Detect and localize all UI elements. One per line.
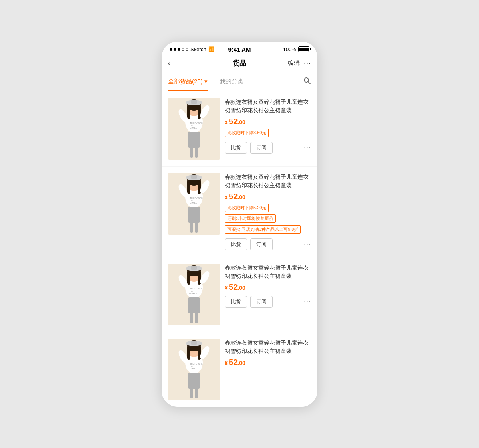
dot4: [182, 48, 184, 51]
svg-text:THE FUTURE: THE FUTURE: [190, 363, 203, 365]
product-item: THE FUTURE IS FEMALE 春款连衣裙女童碎花裙子儿童连衣裙雪纺印…: [162, 332, 317, 407]
product-item: THE FUTURE IS FEMALE 春款连衣裙女童碎花裙子儿童连衣裙雪纺印…: [162, 257, 317, 332]
subscribe-button[interactable]: 订阅: [250, 238, 273, 250]
product-price: ¥ 52.00: [225, 117, 311, 126]
product-item: THE FUTURE IS FEMALE 春款连衣裙女童碎花裙子儿童连衣裙雪纺印…: [162, 167, 317, 257]
product-actions: 比货 订阅 ···: [225, 238, 311, 250]
product-actions: 比货 订阅 ···: [225, 142, 311, 154]
more-options-button[interactable]: ···: [304, 240, 311, 248]
compare-button[interactable]: 比货: [225, 238, 247, 250]
svg-text:FEMALE: FEMALE: [189, 292, 197, 295]
price-integer: 52: [229, 192, 238, 201]
svg-rect-6: [187, 105, 190, 119]
wifi-icon: 📶: [208, 46, 214, 52]
discount-tag-1: 比收藏时下降5.20元: [225, 204, 269, 212]
status-right: 100%: [283, 46, 309, 52]
product-title: 春款连衣裙女童碎花裙子儿童连衣裙雪纺印花长袖公主裙童装: [225, 339, 311, 355]
product-image: THE FUTURE IS FEMALE: [168, 339, 220, 400]
svg-text:FEMALE: FEMALE: [189, 202, 197, 204]
price-decimal: .00: [238, 194, 245, 200]
product-title: 春款连衣裙女童碎花裙子儿童连衣裙雪纺印花长袖公主裙童装: [225, 173, 311, 190]
page-title: 货品: [233, 59, 246, 68]
product-tags: 比收藏时下降5.20元 还剩3小时即将恢复原价 可混批 同店购满3种产品以上可9…: [225, 204, 311, 234]
phone-frame: Sketch 📶 9:41 AM 100% ‹ 货品 编辑 ··· 全部货品(2…: [162, 42, 317, 407]
svg-text:THE FUTURE: THE FUTURE: [190, 287, 203, 290]
svg-rect-65: [191, 341, 197, 345]
discount-tag: 比收藏时下降3.60元: [225, 129, 269, 137]
svg-rect-47: [195, 311, 198, 323]
tab-my-category[interactable]: 我的分类: [220, 72, 243, 91]
product-image: THE FUTURE IS FEMALE: [168, 98, 220, 160]
dot2: [174, 48, 176, 51]
svg-text:FEMALE: FEMALE: [189, 367, 197, 370]
svg-line-1: [308, 82, 310, 84]
product-image: THE FUTURE IS FEMALE: [168, 173, 220, 235]
tab-bar: 全部货品(25) ▾ 我的分类: [162, 72, 317, 91]
product-price: ¥ 52.00: [225, 283, 311, 292]
product-price: ¥ 52.00: [225, 192, 311, 201]
price-currency: ¥: [225, 120, 229, 125]
price-decimal: .00: [238, 360, 245, 366]
price-decimal: .00: [238, 119, 245, 125]
signal-dots: [170, 48, 188, 51]
nav-bar: ‹ 货品 编辑 ···: [162, 55, 317, 72]
svg-rect-22: [187, 180, 190, 194]
price-integer: 52: [229, 283, 238, 291]
edit-button[interactable]: 编辑: [288, 59, 300, 67]
product-list: THE FUTURE IS FEMALE 春款连衣裙女童碎花裙子儿童连衣裙雪纺印…: [162, 91, 317, 407]
restore-tag: 还剩3小时即将恢复原价: [225, 214, 276, 223]
price-decimal: .00: [238, 285, 245, 291]
product-info: 春款连衣裙女童碎花裙子儿童连衣裙雪纺印花长袖公主裙童装 ¥ 52.00 比货 订…: [225, 264, 311, 325]
svg-rect-13: [188, 132, 200, 148]
price-currency: ¥: [225, 285, 229, 291]
more-button[interactable]: ···: [304, 59, 311, 67]
svg-rect-38: [187, 271, 190, 285]
product-info: 春款连衣裙女童碎花裙子儿童连衣裙雪纺印花长袖公主裙童装 ¥ 52.00 比收藏时…: [225, 173, 311, 250]
status-left: Sketch 📶: [170, 46, 214, 52]
back-button[interactable]: ‹: [168, 59, 180, 68]
svg-point-0: [304, 78, 309, 82]
dot1: [170, 48, 172, 51]
product-price: ¥ 52.00: [225, 358, 311, 367]
svg-text:THE FUTURE: THE FUTURE: [190, 197, 203, 199]
svg-rect-62: [190, 387, 193, 398]
svg-rect-23: [198, 180, 201, 194]
svg-rect-39: [198, 271, 201, 285]
status-bar: Sketch 📶 9:41 AM 100%: [162, 42, 317, 55]
product-title: 春款连衣裙女童碎花裙子儿童连衣裙雪纺印花长袖公主裙童装: [225, 264, 311, 280]
product-info: 春款连衣裙女童碎花裙子儿童连衣裙雪纺印花长袖公主裙童装 ¥ 52.00: [225, 339, 311, 400]
product-tags: 比收藏时下降3.60元: [225, 129, 311, 138]
svg-rect-15: [195, 146, 198, 158]
svg-rect-31: [195, 221, 198, 233]
subscribe-button[interactable]: 订阅: [250, 296, 273, 308]
svg-rect-63: [195, 387, 198, 398]
product-actions: 比货 订阅 ···: [225, 296, 311, 308]
price-integer: 52: [229, 117, 238, 126]
svg-rect-30: [190, 221, 193, 233]
product-item: THE FUTURE IS FEMALE 春款连衣裙女童碎花裙子儿童连衣裙雪纺印…: [162, 91, 317, 167]
svg-rect-29: [188, 207, 200, 223]
price-integer: 52: [229, 358, 238, 367]
more-options-button[interactable]: ···: [304, 297, 311, 306]
svg-rect-55: [198, 346, 201, 360]
battery-label: 100%: [283, 46, 296, 52]
nav-right-actions: 编辑 ···: [288, 59, 311, 67]
svg-rect-17: [191, 100, 197, 104]
svg-rect-46: [190, 311, 193, 323]
compare-button[interactable]: 比货: [225, 296, 247, 308]
dot3: [178, 48, 180, 51]
price-currency: ¥: [225, 361, 229, 366]
product-info: 春款连衣裙女童碎花裙子儿童连衣裙雪纺印花长袖公主裙童装 ¥ 52.00 比收藏时…: [225, 98, 311, 160]
svg-rect-33: [191, 175, 197, 179]
more-options-button[interactable]: ···: [304, 143, 311, 152]
compare-button[interactable]: 比货: [225, 142, 247, 154]
svg-text:FEMALE: FEMALE: [189, 127, 197, 129]
product-title: 春款连衣裙女童碎花裙子儿童连衣裙雪纺印花长袖公主裙童装: [225, 98, 311, 115]
subscribe-button[interactable]: 订阅: [250, 142, 273, 154]
tab-all-products[interactable]: 全部货品(25) ▾: [168, 72, 208, 91]
search-icon[interactable]: [303, 77, 311, 87]
battery-icon: [298, 46, 309, 52]
svg-rect-14: [190, 146, 193, 158]
status-time: 9:41 AM: [228, 46, 251, 53]
price-currency: ¥: [225, 195, 229, 200]
